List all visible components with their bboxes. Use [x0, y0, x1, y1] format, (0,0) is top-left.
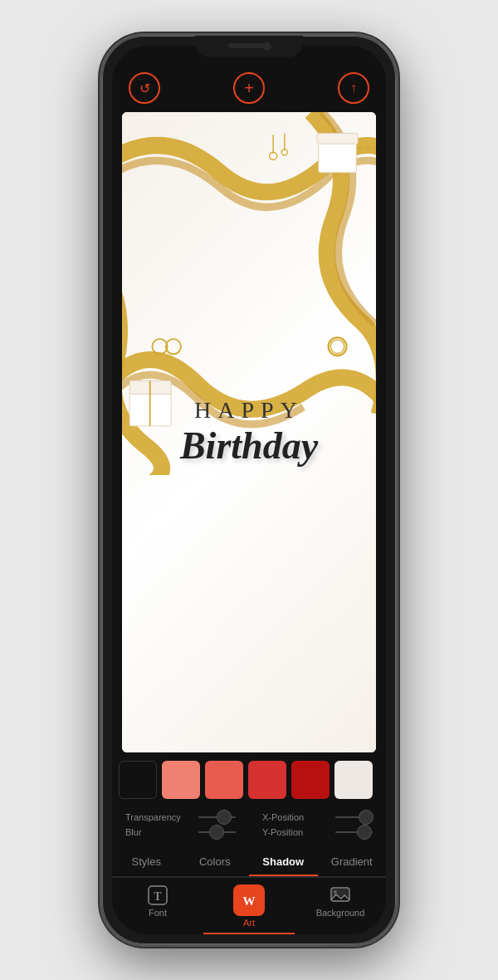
swatches-row — [112, 752, 386, 807]
tab-shadow[interactable]: Shadow — [249, 849, 318, 876]
art-icon-bg: W — [233, 884, 265, 916]
svg-point-10 — [166, 339, 181, 354]
sliders-area: Transparency X-Position Blur — [112, 807, 386, 849]
transparency-label: Transparency — [125, 812, 192, 822]
nav-tab-art[interactable]: W Art — [203, 878, 295, 934]
front-camera — [263, 42, 271, 51]
font-tab-label: Font — [149, 908, 167, 918]
transparency-thumb[interactable] — [217, 810, 232, 825]
svg-text:W: W — [243, 894, 256, 908]
share-icon: ↑ — [350, 81, 357, 96]
birthday-background: ★ ★ ★ ★ ★ — [122, 112, 376, 752]
subtabs-row: Styles Colors Shadow Gradient — [112, 849, 386, 877]
background-tab-label: Background — [316, 908, 365, 918]
svg-point-14 — [281, 149, 287, 155]
svg-point-9 — [152, 339, 167, 354]
birthday-text: Birthday — [180, 424, 318, 468]
background-icon — [330, 884, 351, 906]
y-position-thumb[interactable] — [357, 825, 372, 840]
tab-gradient[interactable]: Gradient — [318, 849, 387, 876]
swatch-salmon[interactable] — [162, 761, 200, 799]
swatch-red2[interactable] — [291, 761, 330, 799]
bottom-nav: T Font W Art — [112, 877, 386, 934]
swatch-black[interactable] — [119, 761, 157, 799]
blur-track[interactable] — [198, 831, 236, 833]
svg-rect-6 — [317, 133, 358, 144]
svg-text:T: T — [154, 890, 162, 903]
swatch-red1[interactable] — [248, 761, 286, 799]
reset-button[interactable]: ↺ — [129, 72, 160, 104]
blur-thumb[interactable] — [209, 825, 224, 840]
tab-styles[interactable]: Styles — [112, 849, 181, 876]
transparency-track[interactable] — [198, 816, 236, 818]
y-position-track[interactable] — [335, 831, 373, 833]
svg-rect-5 — [319, 142, 357, 172]
text-overlay[interactable]: HAPPY Birthday — [180, 397, 318, 468]
add-icon: + — [244, 79, 254, 98]
y-position-label: Y-Position — [262, 827, 329, 837]
screen: ↺ + ↑ — [112, 46, 386, 934]
nav-tab-font[interactable]: T Font — [112, 878, 203, 934]
blur-row: Blur Y-Position — [125, 827, 373, 837]
svg-point-20 — [334, 890, 337, 894]
swatch-light[interactable] — [334, 761, 373, 799]
add-button[interactable]: + — [233, 72, 265, 104]
swatch-coral[interactable] — [205, 761, 243, 799]
tab-colors[interactable]: Colors — [181, 849, 250, 876]
x-position-label: X-Position — [262, 812, 329, 822]
x-position-track[interactable] — [335, 816, 373, 818]
reset-icon: ↺ — [139, 81, 150, 96]
nav-tab-background[interactable]: Background — [295, 878, 386, 934]
art-tab-label: Art — [243, 918, 255, 928]
font-icon: T — [147, 884, 168, 906]
canvas-area: ★ ★ ★ ★ ★ — [122, 112, 376, 752]
x-position-thumb[interactable] — [359, 810, 374, 825]
share-button[interactable]: ↑ — [338, 72, 369, 104]
transparency-row: Transparency X-Position — [125, 812, 373, 822]
svg-text:★ ★ ★: ★ ★ ★ — [356, 144, 376, 152]
svg-point-8 — [330, 340, 344, 353]
happy-text: HAPPY — [180, 397, 318, 424]
blur-label: Blur — [125, 827, 192, 837]
notch — [195, 36, 303, 57]
phone-wrapper: ↺ + ↑ — [0, 0, 498, 980]
phone-frame: ↺ + ↑ — [100, 33, 398, 947]
